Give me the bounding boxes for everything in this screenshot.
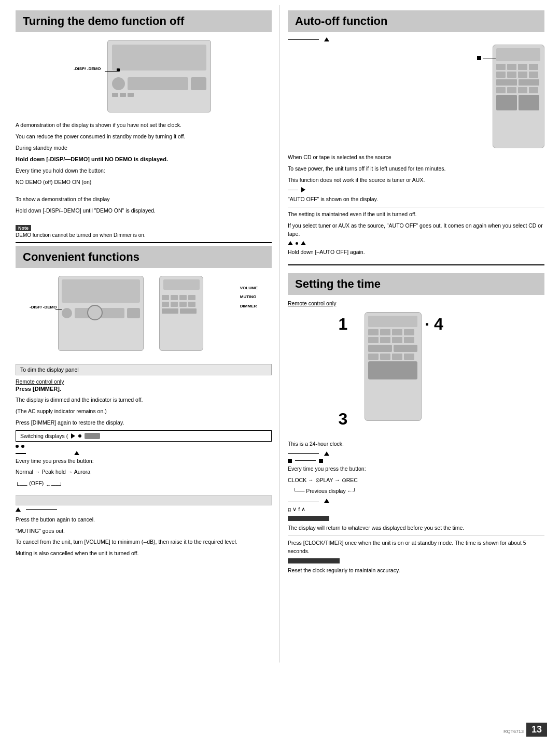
muting-cancelled: Muting is also cancelled when the unit i… <box>16 549 272 558</box>
demo-text8: Hold down [-DISP/–DEMO] until "DEMO ON" … <box>16 207 272 215</box>
dot-1 <box>16 445 19 448</box>
dim-text3: Press [DIMMER] again to restore the disp… <box>16 419 272 427</box>
time-num3: 3 <box>339 410 348 429</box>
time-24hour: This is a 24-hour clock. <box>288 440 544 448</box>
switching-dash-row <box>16 450 272 456</box>
switch-text1: Every time you press the button: <box>16 457 272 466</box>
time-triangle-up <box>324 452 329 456</box>
autooff-display-text: "AUTO OFF" is shown on the display. <box>288 195 544 204</box>
conv-label-dispdemo: -DISP/ -DEMO <box>30 304 57 310</box>
time-remote <box>365 312 422 421</box>
switching-box: Switching displays ( <box>16 430 272 442</box>
time-square-row <box>288 459 544 463</box>
time-text5: Reset the clock regularly to maintain ac… <box>288 567 544 575</box>
autooff-arrow-row <box>288 187 544 192</box>
time-text4: Press [CLOCK/TIMER] once when the unit i… <box>288 539 544 556</box>
time-clock-seq: CLOCK → ⊙PLAY → ⊙REC <box>288 476 544 485</box>
switch-text3: (OFF) <box>29 480 44 488</box>
demo-note-text: DEMO function cannot be turned on when D… <box>16 232 272 238</box>
convenient-section-title: Convenient functions <box>16 246 272 268</box>
autooff-remote <box>493 45 544 148</box>
demo-text3: During standby mode <box>16 144 272 152</box>
conv-label-volume: VOLUME <box>240 286 258 290</box>
time-text2: Every time you press the button: <box>288 465 544 473</box>
switch-off-row: └── (OFF) ←──┘ <box>16 480 272 491</box>
autooff-arrow <box>301 187 305 192</box>
dim-text2: (The AC supply indicator remains on.) <box>16 407 272 416</box>
autooff-dots-row <box>288 241 544 245</box>
time-text3: The display will return to whatever was … <box>288 524 544 532</box>
time-prev-display: └── Previous display ←┘ <box>288 487 544 496</box>
time-black-bar2 <box>288 558 544 565</box>
autooff-title: Auto-off function <box>288 10 544 32</box>
time-section-title: Setting the time <box>288 273 544 295</box>
press-dimmer: Press [DIMMER]. <box>16 385 272 393</box>
time-black-bar <box>288 516 544 522</box>
autooff-text2: To save power, the unit turns off if it … <box>288 165 544 173</box>
time-image-area: 1 2 · 4 <box>333 309 499 434</box>
page: Turning the demo function off -DISP/ -DE… <box>0 0 560 747</box>
demo-text1: A demonstration of the display is shown … <box>16 121 272 130</box>
demo-section: Turning the demo function off -DISP/ -DE… <box>5 5 280 663</box>
convenient-device-image: -DISP/ -DEMO <box>27 273 260 359</box>
press-cancel: Press the button again to cancel. <box>16 516 272 524</box>
autooff-triangle-up <box>324 37 329 41</box>
triangle-row <box>16 508 272 512</box>
time-remote-only: Remote control only <box>288 300 544 306</box>
conv-label-dimmer: DIMMER <box>240 304 257 308</box>
autooff-text4: The setting is maintained even if the un… <box>288 210 544 219</box>
autooff-dot <box>296 242 298 245</box>
autooff-text1: When CD or tape is selected as the sourc… <box>288 153 544 162</box>
dots-row <box>16 445 272 448</box>
switch-text2: Normal → Peak hold → Aurora <box>16 468 272 476</box>
autooff-hold-text: Hold down [–AUTO OFF] again. <box>288 248 544 257</box>
note-label: Note <box>16 225 31 231</box>
autooff-square <box>477 55 496 61</box>
model-number: RQT6713 <box>503 729 524 734</box>
arrow-right-icon <box>71 433 75 439</box>
dot-2 <box>21 445 24 448</box>
demo-text4: Hold down [-DISP/—DEMO] until NO DEMO is… <box>16 155 272 164</box>
conv-remote-only: Remote control only <box>16 378 272 385</box>
switching-label: Switching displays ( <box>20 433 68 439</box>
time-triangle-row2 <box>288 499 544 503</box>
triangle-up-icon <box>74 451 79 455</box>
muting-goes-out: "MUTING" goes out. <box>16 527 272 535</box>
autooff-image-area <box>288 45 544 148</box>
gray-bar <box>85 433 100 439</box>
empty-gray-box <box>16 495 272 505</box>
page-number: 13 <box>526 723 547 737</box>
time-square <box>288 459 292 463</box>
autooff-triangle-small <box>288 241 293 245</box>
dot-icon <box>78 434 81 438</box>
demo-text6: NO DEMO (off) DEMO ON (on) <box>16 178 272 187</box>
demo-text5: Every time you hold down the button: <box>16 167 272 175</box>
demo-device-image: -DISP/ -DEMO <box>71 37 216 115</box>
conv-labels-right: VOLUME MUTING DIMMER <box>240 284 258 311</box>
time-nav-row: g ∨ f ∧ <box>288 506 544 513</box>
triangle-up-2 <box>16 508 21 512</box>
autooff-triangle-small2 <box>301 241 306 245</box>
time-num1: 1 <box>339 315 348 334</box>
time-square2 <box>319 459 323 463</box>
time-triangle-row <box>288 452 544 456</box>
conv-label-muting: MUTING <box>240 294 257 299</box>
demo-section-title: Turning the demo function off <box>16 10 272 32</box>
dim-highlight-box: To dim the display panel <box>16 364 272 375</box>
volume-text: To cancel from the unit, turn [VOLUME] t… <box>16 538 272 546</box>
autooff-text3: This function does not work if the sourc… <box>288 176 544 185</box>
time-triangle-up2 <box>324 499 329 503</box>
dim-highlight-text: To dim the display panel <box>20 367 79 373</box>
right-column: Auto-off function <box>280 5 555 663</box>
demo-text2: You can reduce the power consumed in sta… <box>16 133 272 141</box>
demo-button-label: -DISP/ -DEMO <box>74 66 101 72</box>
demo-text7: To show a demonstration of the display <box>16 195 272 204</box>
time-nav-labels: g ∨ f ∧ <box>288 506 305 513</box>
dim-text1: The display is dimmed and the indicator … <box>16 396 272 404</box>
autooff-triangle-row <box>288 37 544 41</box>
autooff-text5: If you select tuner or AUX as the source… <box>288 222 544 238</box>
